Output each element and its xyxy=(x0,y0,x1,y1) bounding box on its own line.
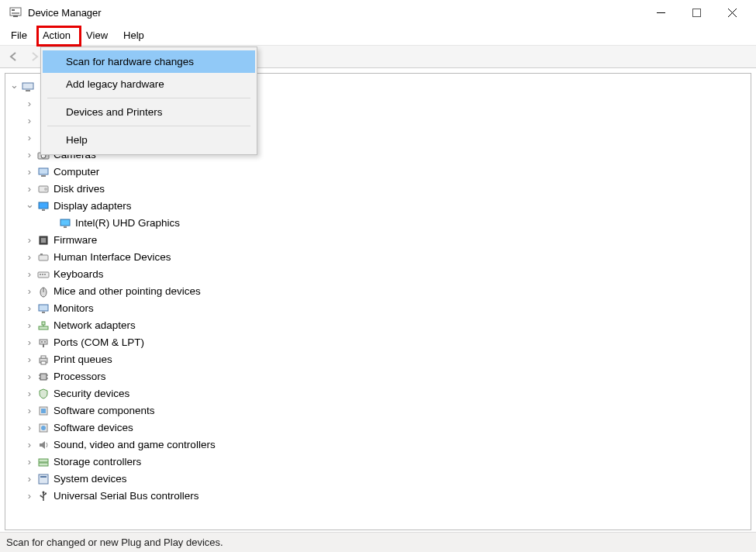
tree-item-security-devices[interactable]: Security devices xyxy=(9,385,747,402)
tree-expand-arrow[interactable] xyxy=(24,164,35,181)
dropdown-devices-printers[interactable]: Devices and Printers xyxy=(43,101,255,123)
printer-icon xyxy=(36,353,50,367)
tree-expand-arrow[interactable] xyxy=(24,368,35,385)
svg-rect-16 xyxy=(39,168,48,174)
svg-rect-29 xyxy=(40,274,41,275)
tree-item-disk-drives[interactable]: Disk drives xyxy=(9,181,747,198)
tree-item-label: Intel(R) UHD Graphics xyxy=(75,215,180,232)
tree-item-label: Sound, video and game controllers xyxy=(54,436,216,454)
software-dev-icon xyxy=(36,421,50,435)
statusbar-text: Scan for changed or new Plug and Play de… xyxy=(6,536,223,548)
dropdown-scan-hardware[interactable]: Scan for hardware changes xyxy=(43,50,255,73)
tree-item-software-devices[interactable]: Software devices xyxy=(9,419,747,436)
tree-item-processors[interactable]: Processors xyxy=(9,368,747,385)
tree-expand-arrow[interactable] xyxy=(24,232,35,249)
tree-item-firmware[interactable]: Firmware xyxy=(9,232,747,249)
tree-item-universal-serial-bus-controllers[interactable]: Universal Serial Bus controllers xyxy=(9,488,747,505)
tree-item-label: Security devices xyxy=(54,385,129,402)
computer-root-icon xyxy=(21,80,35,94)
titlebar: Device Manager xyxy=(0,0,756,25)
tree-expand-arrow[interactable] xyxy=(24,181,35,198)
tree-expand-arrow[interactable] xyxy=(24,436,35,454)
system-icon xyxy=(36,472,50,486)
svg-rect-25 xyxy=(41,238,46,243)
tree-item-mice-and-other-pointing-devices[interactable]: Mice and other pointing devices xyxy=(9,283,747,300)
dropdown-add-legacy-hardware[interactable]: Add legacy hardware xyxy=(43,73,255,95)
tree-expand-arrow[interactable] xyxy=(24,283,35,300)
svg-rect-42 xyxy=(43,344,44,347)
sound-icon xyxy=(36,438,50,452)
tree-item-monitors[interactable]: Monitors xyxy=(9,300,747,317)
tree-item-label: Disk drives xyxy=(54,181,105,198)
svg-rect-34 xyxy=(39,305,48,311)
minimize-button[interactable] xyxy=(643,1,678,24)
software-comp-icon xyxy=(36,404,50,418)
tree-expand-arrow[interactable] xyxy=(24,385,35,402)
security-icon xyxy=(36,387,50,401)
menu-file[interactable]: File xyxy=(3,25,35,45)
tree-item-intel-r-uhd-graphics[interactable]: Intel(R) UHD Graphics xyxy=(9,215,747,232)
maximize-button[interactable] xyxy=(678,1,714,24)
svg-point-41 xyxy=(44,341,46,343)
svg-rect-45 xyxy=(41,361,46,364)
svg-rect-35 xyxy=(42,312,45,313)
svg-point-60 xyxy=(43,492,45,494)
tree-expand-arrow[interactable] xyxy=(24,419,35,436)
monitor-icon xyxy=(36,302,50,316)
tree-item-sound-video-and-game-controllers[interactable]: Sound, video and game controllers xyxy=(9,436,747,454)
svg-point-62 xyxy=(40,495,42,497)
svg-rect-0 xyxy=(10,8,21,16)
tree-item-computer[interactable]: Computer xyxy=(9,164,747,181)
tree-expand-arrow[interactable] xyxy=(24,454,35,471)
menu-view[interactable]: View xyxy=(78,25,116,45)
tree-item-human-interface-devices[interactable]: Human Interface Devices xyxy=(9,249,747,266)
tree-item-storage-controllers[interactable]: Storage controllers xyxy=(9,454,747,471)
svg-rect-39 xyxy=(40,340,47,344)
svg-rect-58 xyxy=(40,476,47,478)
svg-rect-37 xyxy=(42,322,45,325)
svg-rect-8 xyxy=(22,83,33,89)
dropdown-separator xyxy=(47,98,250,98)
tree-expand-arrow[interactable] xyxy=(24,95,35,112)
svg-rect-21 xyxy=(42,209,45,211)
svg-rect-52 xyxy=(41,409,46,413)
tree-item-print-queues[interactable]: Print queues xyxy=(9,351,747,368)
tree-item-software-components[interactable]: Software components xyxy=(9,402,747,419)
tree-expand-arrow[interactable] xyxy=(24,334,35,351)
svg-point-19 xyxy=(44,188,47,191)
tree-item-label: Universal Serial Bus controllers xyxy=(54,488,199,505)
tree-item-ports-com-lpt-[interactable]: Ports (COM & LPT) xyxy=(9,334,747,351)
tree-item-network-adapters[interactable]: Network adapters xyxy=(9,317,747,334)
tree-item-label: Storage controllers xyxy=(54,454,141,471)
nav-back-button[interactable] xyxy=(5,47,23,66)
tree-expand-arrow[interactable] xyxy=(24,317,35,334)
tree-expand-arrow[interactable] xyxy=(9,78,19,95)
tree-expand-arrow[interactable] xyxy=(24,249,35,266)
tree-item-label: Mice and other pointing devices xyxy=(54,283,201,300)
tree-item-keyboards[interactable]: Keyboards xyxy=(9,266,747,283)
network-icon xyxy=(36,319,50,333)
menu-help[interactable]: Help xyxy=(116,25,152,45)
tree-expand-arrow[interactable] xyxy=(24,488,35,505)
menu-action[interactable]: Action xyxy=(35,25,78,45)
hid-icon xyxy=(36,250,50,264)
tree-item-display-adapters[interactable]: Display adapters xyxy=(9,198,747,215)
tree-item-label: Software components xyxy=(54,402,155,419)
tree-expand-arrow[interactable] xyxy=(24,112,35,129)
tree-expand-arrow[interactable] xyxy=(24,129,35,147)
tree-expand-arrow[interactable] xyxy=(24,300,35,317)
tree-expand-arrow[interactable] xyxy=(24,266,35,283)
close-button[interactable] xyxy=(714,1,750,24)
svg-rect-55 xyxy=(39,459,48,462)
tree-expand-arrow[interactable] xyxy=(24,402,35,419)
tree-item-system-devices[interactable]: System devices xyxy=(9,471,747,488)
svg-rect-56 xyxy=(39,463,48,466)
tree-item-label: Ports (COM & LPT) xyxy=(54,334,144,351)
dropdown-help[interactable]: Help xyxy=(43,129,255,151)
tree-expand-arrow[interactable] xyxy=(24,147,35,164)
tree-expand-arrow[interactable] xyxy=(24,471,35,488)
svg-rect-22 xyxy=(60,219,70,226)
tree-expand-arrow[interactable] xyxy=(24,351,35,368)
tree-expand-arrow[interactable] xyxy=(24,198,35,215)
svg-rect-46 xyxy=(40,374,47,380)
